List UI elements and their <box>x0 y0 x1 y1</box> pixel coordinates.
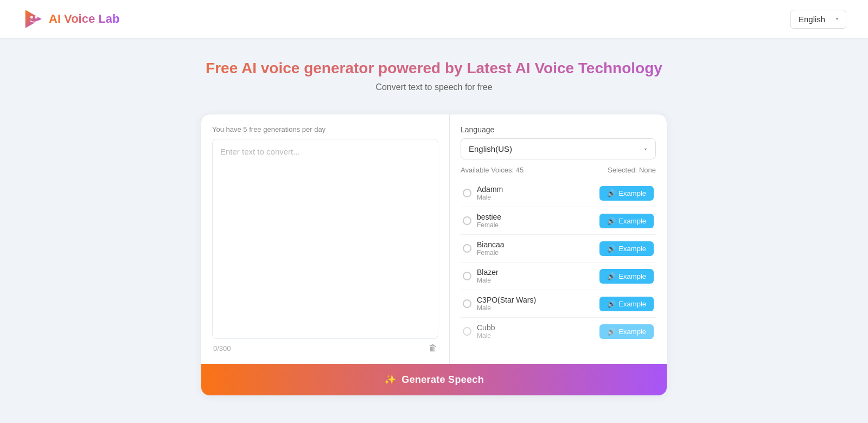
voice-radio-1[interactable] <box>463 216 471 225</box>
voice-left: Cubb Male <box>463 323 495 339</box>
card-inner: You have 5 free generations per day 0/30… <box>201 114 667 364</box>
generate-row: ✨ Generate Speech <box>201 364 667 395</box>
voice-item: Adamm Male 🔊 Example <box>461 180 656 207</box>
voice-item: Biancaa Female 🔊 Example <box>461 235 656 262</box>
voice-radio-5[interactable] <box>463 327 471 336</box>
example-button-3[interactable]: 🔊 Example <box>599 269 654 284</box>
available-voices-count: Available Voices: 45 <box>461 166 524 174</box>
example-btn-label: Example <box>618 300 646 308</box>
voice-info: Blazer Male <box>477 268 499 284</box>
logo-icon <box>22 8 43 30</box>
voices-list: Adamm Male 🔊 Example bestiee Female 🔊 Ex… <box>461 180 656 353</box>
speaker-icon: 🔊 <box>607 189 616 197</box>
voice-gender: Female <box>477 249 505 257</box>
voice-info: Biancaa Female <box>477 240 505 257</box>
language-selector-header[interactable]: English 中文 Español <box>790 10 846 29</box>
right-panel: Language English(US) English(UK) Spanish… <box>450 114 667 364</box>
example-button-2[interactable]: 🔊 Example <box>599 241 654 256</box>
char-count: 0/300 <box>213 344 231 352</box>
voice-gender: Male <box>477 304 536 312</box>
voice-name: bestiee <box>477 213 501 221</box>
voice-info: bestiee Female <box>477 213 501 229</box>
trash-icon[interactable]: 🗑 <box>429 343 437 353</box>
voices-header: Available Voices: 45 Selected: None <box>461 166 656 174</box>
selected-voice-label: Selected: None <box>608 166 656 174</box>
main-card: You have 5 free generations per day 0/30… <box>201 114 667 396</box>
speaker-icon: 🔊 <box>607 217 616 225</box>
example-button-0[interactable]: 🔊 Example <box>599 186 654 201</box>
example-btn-label: Example <box>618 328 646 336</box>
voice-radio-4[interactable] <box>463 299 471 308</box>
example-btn-label: Example <box>618 217 646 225</box>
voice-name: C3PO(Star Wars) <box>477 296 536 304</box>
svg-point-1 <box>30 16 33 18</box>
example-button-4[interactable]: 🔊 Example <box>599 297 654 311</box>
generate-speech-button[interactable]: ✨ Generate Speech <box>201 364 667 395</box>
voice-radio-2[interactable] <box>463 244 471 253</box>
voice-item: C3PO(Star Wars) Male 🔊 Example <box>461 290 656 318</box>
voice-gender: Male <box>477 194 503 201</box>
voice-left: Biancaa Female <box>463 240 505 257</box>
voice-gender: Male <box>477 332 495 339</box>
voice-left: Blazer Male <box>463 268 499 284</box>
header: AI Voice Lab English 中文 Español <box>0 0 868 38</box>
language-dropdown[interactable]: English(US) English(UK) Spanish French G… <box>461 138 656 159</box>
voice-item: Cubb Male 🔊 Example <box>461 318 656 345</box>
voice-item: bestiee Female 🔊 Example <box>461 207 656 235</box>
example-button-5[interactable]: 🔊 Example <box>599 324 654 339</box>
voice-name: Blazer <box>477 268 499 277</box>
voice-left: C3PO(Star Wars) Male <box>463 296 536 312</box>
example-btn-label: Example <box>618 272 646 280</box>
language-label: Language <box>461 125 656 134</box>
speaker-icon: 🔊 <box>607 300 616 308</box>
voice-info: C3PO(Star Wars) Male <box>477 296 536 312</box>
left-panel: You have 5 free generations per day 0/30… <box>201 114 450 364</box>
logo-text: AI Voice Lab <box>49 12 119 26</box>
voice-info: Cubb Male <box>477 323 495 339</box>
voice-name: Adamm <box>477 185 503 194</box>
svg-point-2 <box>35 16 37 18</box>
hero-section: Free AI voice generator powered by Lates… <box>0 38 868 103</box>
voice-left: bestiee Female <box>463 213 501 229</box>
speaker-icon: 🔊 <box>607 328 616 336</box>
generate-btn-label: Generate Speech <box>401 374 484 386</box>
voice-gender: Female <box>477 221 501 229</box>
voice-radio-0[interactable] <box>463 189 471 197</box>
voice-info: Adamm Male <box>477 185 503 201</box>
logo-area: AI Voice Lab <box>22 8 119 30</box>
example-btn-label: Example <box>618 245 646 253</box>
voice-name: Biancaa <box>477 240 505 249</box>
svg-marker-0 <box>25 10 42 28</box>
free-gen-label: You have 5 free generations per day <box>212 125 438 133</box>
text-input[interactable] <box>212 139 438 339</box>
speaker-icon: 🔊 <box>607 245 616 253</box>
hero-subtitle: Convert text to speech for free <box>11 82 857 92</box>
voice-item: Blazer Male 🔊 Example <box>461 262 656 290</box>
speaker-icon: 🔊 <box>607 272 616 280</box>
why-section: Why Choose AIVoiceLab <box>0 407 868 423</box>
voice-left: Adamm Male <box>463 185 503 201</box>
char-count-row: 0/300 🗑 <box>212 343 438 353</box>
hero-title: Free AI voice generator powered by Lates… <box>11 60 857 77</box>
example-btn-label: Example <box>618 189 646 197</box>
generate-icon: ✨ <box>384 374 396 386</box>
voice-name: Cubb <box>477 323 495 332</box>
example-button-1[interactable]: 🔊 Example <box>599 214 654 228</box>
voice-radio-3[interactable] <box>463 272 471 280</box>
voice-gender: Male <box>477 277 499 284</box>
